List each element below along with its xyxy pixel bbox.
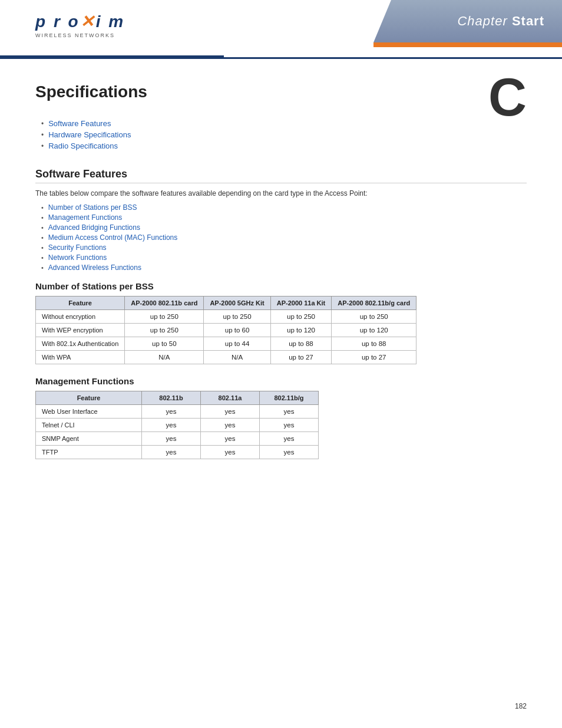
bss-row3-col3: up to 27 <box>270 351 332 364</box>
logo-subtitle: WIRELESS NETWORKS <box>35 32 165 38</box>
bss-row1-col1: up to 250 <box>125 324 204 337</box>
bss-table-heading: Number of Stations per BSS <box>35 281 527 291</box>
toc-item-hardware: Hardware Specifications <box>41 130 527 139</box>
mgmt-col-80211a: 802.11a <box>201 391 260 405</box>
table-row: With 802.1x Authentication up to 50 up t… <box>36 337 416 351</box>
bss-col-11a: AP-2000 11a Kit <box>270 297 332 310</box>
bss-col-5ghz: AP-2000 5GHz Kit <box>204 297 270 310</box>
bss-row0-col2: up to 250 <box>204 310 270 324</box>
table-row: Web User Interface yes yes yes <box>36 405 319 419</box>
mgmt-row0-col3: yes <box>260 405 319 419</box>
bss-row1-col2: up to 60 <box>204 324 270 337</box>
sub-item-mac: Medium Access Control (MAC) Functions <box>41 233 527 242</box>
bss-row2-col1: up to 50 <box>125 337 204 351</box>
mgmt-row3-feature: TFTP <box>36 446 142 459</box>
toc-list: Software Features Hardware Specification… <box>41 119 527 150</box>
mgmt-row2-col3: yes <box>260 432 319 446</box>
sub-link-bridging[interactable]: Advanced Bridging Functions <box>48 223 140 232</box>
bss-row0-col4: up to 250 <box>332 310 416 324</box>
software-features-desc: The tables below compare the software fe… <box>35 189 527 197</box>
bss-row1-col3: up to 120 <box>270 324 332 337</box>
mgmt-row2-col1: yes <box>142 432 201 446</box>
sub-item-network: Network Functions <box>41 253 527 262</box>
sub-link-network[interactable]: Network Functions <box>48 253 107 262</box>
page-number: 182 <box>515 702 527 710</box>
mgmt-table-header-row: Feature 802.11b 802.11a 802.11b/g <box>36 391 319 405</box>
toc-item-software: Software Features <box>41 119 527 128</box>
bss-row2-col4: up to 88 <box>332 337 416 351</box>
logo-area: p r o✕i m WIRELESS NETWORKS <box>35 12 165 38</box>
bss-row3-col2: N/A <box>204 351 270 364</box>
bss-row0-col3: up to 250 <box>270 310 332 324</box>
bss-row1-col4: up to 120 <box>332 324 416 337</box>
sub-item-bridging: Advanced Bridging Functions <box>41 223 527 232</box>
toc-link-hardware[interactable]: Hardware Specifications <box>48 130 131 139</box>
mgmt-col-80211bg: 802.11b/g <box>260 391 319 405</box>
mgmt-row3-col2: yes <box>201 446 260 459</box>
bss-row1-feature: With WEP encryption <box>36 324 125 337</box>
page-header: p r o✕i m WIRELESS NETWORKS Chapter Star… <box>0 0 562 59</box>
mgmt-row1-col1: yes <box>142 419 201 432</box>
chapter-banner: Chapter Start <box>373 0 562 42</box>
sub-link-bss[interactable]: Number of Stations per BSS <box>48 203 137 212</box>
bss-row0-col1: up to 250 <box>125 310 204 324</box>
chapter-letter: C <box>488 71 527 124</box>
header-blue-line <box>0 55 224 57</box>
mgmt-col-feature: Feature <box>36 391 142 405</box>
chapter-text: Chapter Start <box>457 14 544 29</box>
table-row: With WPA N/A N/A up to 27 up to 27 <box>36 351 416 364</box>
sub-link-wireless[interactable]: Advanced Wireless Functions <box>48 263 141 272</box>
mgmt-table: Feature 802.11b 802.11a 802.11b/g Web Us… <box>35 391 319 459</box>
mgmt-row2-feature: SNMP Agent <box>36 432 142 446</box>
mgmt-row0-feature: Web User Interface <box>36 405 142 419</box>
bss-row2-col3: up to 88 <box>270 337 332 351</box>
mgmt-row0-col2: yes <box>201 405 260 419</box>
mgmt-row1-col3: yes <box>260 419 319 432</box>
mgmt-row0-col1: yes <box>142 405 201 419</box>
sub-link-security[interactable]: Security Functions <box>48 243 107 252</box>
chapter-badge: Chapter Start <box>373 0 562 47</box>
bss-row2-col2: up to 44 <box>204 337 270 351</box>
table-row: Telnet / CLI yes yes yes <box>36 419 319 432</box>
bss-row2-feature: With 802.1x Authentication <box>36 337 125 351</box>
bss-row3-feature: With WPA <box>36 351 125 364</box>
bss-col-feature: Feature <box>36 297 125 310</box>
sub-item-security: Security Functions <box>41 243 527 252</box>
software-sub-list: Number of Stations per BSS Management Fu… <box>41 203 527 272</box>
sub-item-bss: Number of Stations per BSS <box>41 203 527 212</box>
bss-col-80211b: AP-2000 802.11b card <box>125 297 204 310</box>
page-title: Specifications <box>35 83 527 101</box>
mgmt-row3-col1: yes <box>142 446 201 459</box>
table-row: With WEP encryption up to 250 up to 60 u… <box>36 324 416 337</box>
bss-row3-col1: N/A <box>125 351 204 364</box>
mgmt-table-heading: Management Functions <box>35 376 527 386</box>
mgmt-row2-col2: yes <box>201 432 260 446</box>
table-row: Without encryption up to 250 up to 250 u… <box>36 310 416 324</box>
page-content: C Specifications Software Features Hardw… <box>0 59 562 506</box>
sub-link-mgmt[interactable]: Management Functions <box>48 213 122 222</box>
toc-link-radio[interactable]: Radio Specifications <box>48 141 118 150</box>
bss-row0-feature: Without encryption <box>36 310 125 324</box>
software-features-heading: Software Features <box>35 168 527 183</box>
chapter-orange-bar <box>373 42 562 47</box>
mgmt-row1-col2: yes <box>201 419 260 432</box>
sub-link-mac[interactable]: Medium Access Control (MAC) Functions <box>48 233 177 242</box>
table-row: SNMP Agent yes yes yes <box>36 432 319 446</box>
mgmt-row3-col3: yes <box>260 446 319 459</box>
toc-link-software[interactable]: Software Features <box>48 119 111 128</box>
mgmt-col-80211b: 802.11b <box>142 391 201 405</box>
sub-item-mgmt: Management Functions <box>41 213 527 222</box>
bss-table: Feature AP-2000 802.11b card AP-2000 5GH… <box>35 296 416 364</box>
bss-col-80211bg: AP-2000 802.11b/g card <box>332 297 416 310</box>
mgmt-row1-feature: Telnet / CLI <box>36 419 142 432</box>
table-row: TFTP yes yes yes <box>36 446 319 459</box>
sub-item-wireless: Advanced Wireless Functions <box>41 263 527 272</box>
header-bar: p r o✕i m WIRELESS NETWORKS Chapter Star… <box>0 0 562 59</box>
bss-table-header-row: Feature AP-2000 802.11b card AP-2000 5GH… <box>36 297 416 310</box>
toc-item-radio: Radio Specifications <box>41 141 527 150</box>
proxim-logo: p r o✕i m <box>35 12 165 31</box>
bss-row3-col4: up to 27 <box>332 351 416 364</box>
